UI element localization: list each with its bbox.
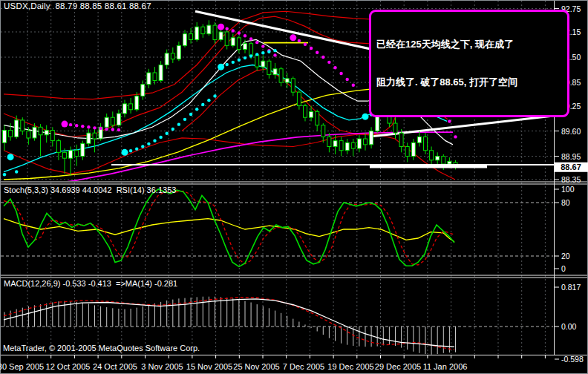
chart-title: USDX,Daily 88.79 88.85 88.61 88.67	[4, 1, 151, 10]
sar-dot-magenta	[290, 34, 296, 41]
sar-dot-cyan	[129, 149, 132, 152]
bear-candle	[442, 157, 445, 164]
sar-dot-magenta	[232, 29, 235, 32]
bear-candle	[201, 27, 205, 33]
bear-candle	[249, 44, 253, 56]
bull-candle	[417, 137, 421, 142]
sar-dot-magenta	[321, 56, 324, 59]
bear-candle	[56, 141, 60, 153]
sar-dot-cyan	[7, 154, 14, 160]
bear-candle	[237, 38, 241, 50]
bear-candle	[171, 53, 174, 59]
price-tick-label: 88.35	[561, 175, 581, 184]
sar-dot-cyan	[255, 53, 258, 56]
bull-candle	[105, 117, 108, 127]
bear-candle	[304, 106, 307, 118]
sar-dot-magenta	[117, 128, 120, 131]
sar-dot-cyan	[201, 103, 204, 106]
sar-dot-magenta	[244, 34, 246, 37]
bear-candle	[63, 152, 67, 158]
annotation-line-2: 阻力线了. 破了88.65, 打开了空间	[376, 76, 564, 88]
bull-candle	[261, 61, 265, 67]
sar-dot-magenta	[448, 119, 451, 122]
sar-dot-cyan	[122, 149, 128, 156]
bear-candle	[267, 61, 271, 74]
bear-candle	[39, 127, 42, 134]
sar-dot-magenta	[226, 27, 229, 30]
sar-dot-cyan	[135, 147, 138, 150]
sar-dot-cyan	[213, 94, 216, 97]
bull-candle	[333, 141, 337, 147]
date-label: 3 Nov 2005	[141, 362, 183, 371]
sar-dot-magenta	[310, 47, 313, 50]
bull-candle	[87, 133, 91, 143]
sar-dot-cyan	[15, 170, 18, 173]
bull-candle	[165, 53, 169, 65]
bull-candle	[123, 104, 127, 114]
bull-candle	[285, 79, 289, 82]
stoch-tick-label: 20	[561, 252, 570, 260]
sar-dot-cyan	[273, 49, 276, 52]
bull-candle	[33, 127, 36, 138]
sar-dot-magenta	[255, 41, 258, 44]
sar-dot-magenta	[62, 121, 68, 128]
sar-dot-cyan	[3, 173, 6, 176]
sar-dot-magenta	[352, 84, 355, 87]
date-label: 15 Nov 2005	[186, 362, 232, 371]
bull-candle	[141, 85, 145, 96]
bear-candle	[316, 111, 319, 125]
bear-candle	[405, 146, 409, 156]
macd-tick-label: -0.598	[561, 355, 584, 364]
bull-candle	[231, 38, 235, 45]
sar-dot-cyan	[249, 54, 252, 57]
date-label: 30 Sep 2005	[0, 362, 44, 371]
stoch-tick-label: 80	[561, 198, 570, 207]
current-price-value: 88.67	[561, 163, 581, 171]
sar-dot-magenta	[218, 24, 224, 30]
annotation-box[interactable]: 已经在125天均线之下, 现在成了 阻力线了. 破了88.65, 打开了空间	[369, 10, 569, 117]
bear-candle	[189, 34, 193, 40]
date-label: 25 Nov 2005	[233, 362, 279, 371]
sar-dot-cyan	[226, 63, 229, 66]
date-label: 12 Oct 2005	[46, 362, 91, 371]
sar-dot-magenta	[111, 128, 114, 131]
bear-candle	[291, 79, 295, 92]
bear-candle	[327, 137, 331, 146]
metatrader-chart-window: 92.7592.1591.5090.8590.2589.6088.9588.35…	[0, 0, 588, 374]
bear-candle	[50, 130, 54, 140]
bull-candle	[15, 120, 19, 137]
bull-candle	[436, 157, 440, 160]
sar-dot-cyan	[362, 114, 369, 120]
sar-dot-cyan	[177, 122, 180, 125]
sar-dot-magenta	[333, 66, 336, 69]
bull-candle	[411, 142, 415, 156]
bear-candle	[21, 120, 24, 131]
bear-candle	[153, 73, 157, 80]
bull-candle	[183, 34, 187, 46]
sar-dot-magenta	[304, 43, 307, 46]
sar-dot-magenta	[105, 128, 108, 131]
copyright-text: MetaTrader, © 2001-2005 MetaQuotes Softw…	[3, 344, 200, 352]
bull-candle	[45, 130, 48, 134]
sar-dot-cyan	[218, 64, 224, 70]
sar-dot-magenta	[99, 127, 102, 130]
sar-dot-magenta	[75, 124, 78, 127]
sar-dot-magenta	[69, 123, 72, 126]
stoch-indicator-label: Stoch(5,3,3) 34.6939 44.0042 RSI(14) 36.…	[4, 186, 176, 194]
sar-dot-cyan	[159, 136, 162, 139]
bull-candle	[273, 69, 277, 75]
stoch-tick-label: 100	[561, 185, 575, 194]
bear-candle	[430, 151, 434, 160]
bull-candle	[81, 143, 85, 156]
sar-dot-magenta	[327, 61, 330, 64]
bear-candle	[364, 139, 368, 145]
bull-candle	[135, 96, 139, 109]
bear-candle	[9, 130, 13, 137]
bull-candle	[244, 44, 247, 50]
sar-dot-cyan	[172, 128, 174, 131]
date-label: 29 Dec 2005	[375, 362, 421, 371]
sar-dot-magenta	[273, 53, 276, 56]
bull-candle	[345, 142, 349, 150]
bear-candle	[225, 32, 229, 45]
bear-candle	[75, 151, 79, 157]
